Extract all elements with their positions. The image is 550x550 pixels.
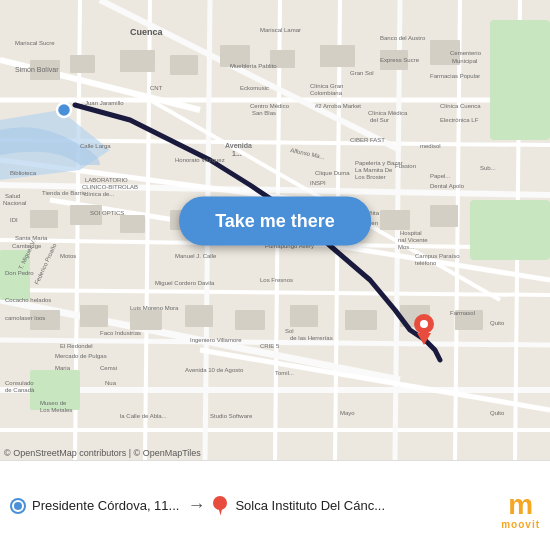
svg-text:Ingeniero Villamore: Ingeniero Villamore: [190, 337, 242, 343]
svg-text:Los Metales: Los Metales: [40, 407, 72, 413]
svg-text:Campus Paraíso: Campus Paraíso: [415, 253, 460, 259]
svg-text:Luis Moreno Mora: Luis Moreno Mora: [130, 305, 179, 311]
svg-text:Quito: Quito: [490, 320, 505, 326]
svg-text:Motos: Motos: [60, 253, 76, 259]
svg-text:Juan Jaramillo: Juan Jaramillo: [85, 100, 124, 106]
svg-text:Los Fresnos: Los Fresnos: [260, 277, 293, 283]
svg-text:Fussion: Fussion: [395, 163, 416, 169]
svg-text:Nua: Nua: [105, 380, 117, 386]
svg-rect-45: [380, 210, 410, 230]
svg-text:Sub...: Sub...: [480, 165, 496, 171]
svg-text:Mercado de Pulgas: Mercado de Pulgas: [55, 353, 107, 359]
svg-text:Mueblerìa Pablito: Mueblerìa Pablito: [230, 63, 277, 69]
svg-text:de Canadà: de Canadà: [5, 387, 35, 393]
svg-text:Papel...: Papel...: [430, 173, 451, 179]
svg-text:Faco Industrias: Faco Industrias: [100, 330, 141, 336]
svg-text:Avenida 10 de Agosto: Avenida 10 de Agosto: [185, 367, 244, 373]
svg-text:Museo de: Museo de: [40, 400, 67, 406]
origin-dot-icon: [12, 500, 24, 512]
svg-text:Eckomusic: Eckomusic: [240, 85, 269, 91]
svg-rect-48: [80, 305, 108, 327]
svg-text:Maria: Maria: [55, 365, 71, 371]
svg-text:Avenida: Avenida: [225, 142, 252, 149]
svg-text:Nacional: Nacional: [3, 200, 26, 206]
svg-rect-51: [235, 310, 265, 330]
svg-text:SOI OPTICS: SOI OPTICS: [90, 210, 124, 216]
svg-text:Dental Apolo: Dental Apolo: [430, 183, 465, 189]
svg-text:Calle Larga: Calle Larga: [80, 143, 111, 149]
svg-text:Cocacho helados: Cocacho helados: [5, 297, 51, 303]
svg-rect-46: [430, 205, 458, 227]
svg-text:Express Sucre: Express Sucre: [380, 57, 420, 63]
svg-text:IDI: IDI: [10, 217, 18, 223]
svg-text:Clínica Médica: Clínica Médica: [368, 110, 408, 116]
svg-text:Cuenca: Cuenca: [130, 27, 164, 37]
svg-text:CNT: CNT: [150, 85, 163, 91]
svg-rect-49: [130, 310, 162, 330]
svg-text:la Calle de Abla...: la Calle de Abla...: [120, 413, 167, 419]
take-me-there-button[interactable]: Take me there: [179, 196, 371, 245]
svg-text:Mariscal Sucre: Mariscal Sucre: [15, 40, 55, 46]
svg-text:Municipal: Municipal: [452, 58, 477, 64]
svg-text:CLINICO-BITROLAB: CLINICO-BITROLAB: [82, 184, 138, 190]
svg-text:La Mamita De: La Mamita De: [355, 167, 393, 173]
svg-text:Centro Médico: Centro Médico: [250, 103, 290, 109]
svg-text:Manuel J. Calle: Manuel J. Calle: [175, 253, 217, 259]
dest-endpoint: Solca Instituto Del Cánc...: [235, 498, 385, 513]
svg-text:Biblioteca: Biblioteca: [10, 170, 37, 176]
svg-text:Don Pedro: Don Pedro: [5, 270, 34, 276]
destination-pin: [413, 313, 435, 349]
svg-text:Qulto: Qulto: [490, 410, 505, 416]
svg-rect-38: [30, 210, 58, 228]
svg-rect-27: [470, 200, 550, 260]
svg-rect-52: [290, 305, 318, 327]
svg-rect-32: [170, 55, 198, 75]
svg-text:INSPI: INSPI: [310, 180, 326, 186]
svg-text:Miguel Cordero Davila: Miguel Cordero Davila: [155, 280, 215, 286]
svg-text:Gran Sol: Gran Sol: [350, 70, 374, 76]
svg-text:camolaser loos: camolaser loos: [5, 315, 45, 321]
svg-text:Simón Bolívar: Simón Bolívar: [15, 66, 59, 73]
moovit-logo: m moovit: [501, 491, 540, 530]
svg-text:Sol: Sol: [285, 328, 294, 334]
svg-text:nal Vicente: nal Vicente: [398, 237, 428, 243]
svg-rect-30: [70, 55, 95, 73]
svg-text:Salud: Salud: [5, 193, 20, 199]
svg-rect-35: [320, 45, 355, 67]
origin-name: Presidente Córdova, 11...: [32, 498, 179, 513]
svg-rect-31: [120, 50, 155, 72]
svg-text:Tienda de Barrio: Tienda de Barrio: [42, 190, 87, 196]
origin-pin: [55, 101, 73, 123]
svg-text:Farmasol: Farmasol: [450, 310, 475, 316]
svg-text:Electrónica LF: Electrónica LF: [440, 117, 479, 123]
svg-text:Clínica Cuenca: Clínica Cuenca: [440, 103, 481, 109]
map-container: Simón Bolívar Mariscal Sucre Cuenca Call…: [0, 0, 550, 460]
svg-text:San Blas: San Blas: [252, 110, 276, 116]
destination-pin-icon: [213, 496, 227, 516]
svg-rect-50: [185, 305, 213, 327]
svg-text:Clínica Gran: Clínica Gran: [310, 83, 343, 89]
svg-text:Mariscal Lamar: Mariscal Lamar: [260, 27, 301, 33]
dest-name: Solca Instituto Del Cánc...: [235, 498, 385, 513]
map-attribution: © OpenStreetMap contributors | © OpenMap…: [4, 448, 201, 458]
svg-text:Los Broster: Los Broster: [355, 174, 386, 180]
svg-rect-24: [490, 20, 550, 140]
svg-text:clínica de...: clínica de...: [84, 191, 115, 197]
svg-text:Mos...: Mos...: [398, 244, 415, 250]
svg-text:Hospital: Hospital: [400, 230, 422, 236]
svg-text:Colombiana: Colombiana: [310, 90, 343, 96]
svg-text:CIBER FAST: CIBER FAST: [350, 137, 385, 143]
svg-text:LABORATORIO: LABORATORIO: [85, 177, 128, 183]
svg-text:del Sur: del Sur: [370, 117, 389, 123]
svg-marker-148: [417, 333, 431, 345]
route-arrow-icon: →: [187, 495, 205, 516]
svg-text:Consulado: Consulado: [5, 380, 34, 386]
svg-point-149: [420, 320, 428, 328]
svg-text:medisol: medisol: [420, 143, 441, 149]
svg-text:Clique Duma: Clique Duma: [315, 170, 350, 176]
svg-text:Tomil...: Tomil...: [275, 370, 294, 376]
svg-text:Farmacias Popular: Farmacias Popular: [430, 73, 480, 79]
moovit-m-icon: m: [508, 491, 533, 519]
svg-text:de las Herrerías: de las Herrerías: [290, 335, 333, 341]
svg-text:1...: 1...: [232, 150, 242, 157]
